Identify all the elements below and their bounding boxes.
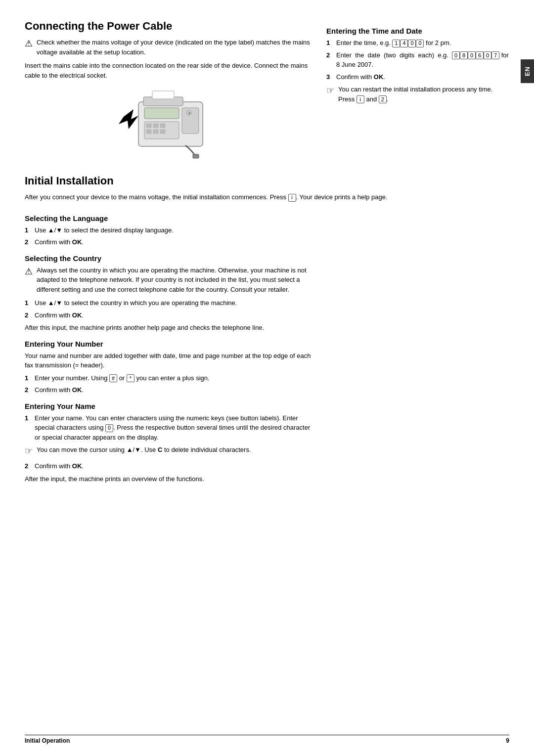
tip-icon: ☞	[326, 85, 334, 97]
step-item: 2 Confirm with OK.	[25, 385, 312, 395]
initial-title: Initial Installation	[25, 175, 509, 187]
footer-right-text: 9	[506, 737, 509, 744]
device-svg	[109, 87, 227, 159]
step-text: Confirm with OK.	[35, 461, 312, 471]
key-6: 6	[476, 51, 484, 59]
key-7: 7	[491, 51, 499, 59]
step-number: 2	[25, 461, 32, 471]
power-warning-text: Check whether the mains voltage of your …	[37, 38, 312, 57]
svg-rect-4	[144, 108, 179, 119]
key-hash: #	[109, 374, 117, 382]
svg-rect-10	[153, 130, 158, 133]
footer: Initial Operation 9	[25, 735, 509, 744]
name-tip: ☞ You can move the cursor using ▲/▼. Use…	[25, 445, 312, 457]
svg-rect-11	[160, 130, 165, 133]
tip-text: You can restart the initial installation…	[338, 85, 509, 104]
step-item: 1 Enter your name. You can enter charact…	[25, 413, 312, 443]
name-steps: 1 Enter your name. You can enter charact…	[25, 413, 312, 443]
step-item: 3 Confirm with OK.	[326, 72, 509, 82]
step-item: 2 Enter the date (two digits each) e.g. …	[326, 50, 509, 70]
initial-intro: After you connect your device to the mai…	[25, 192, 509, 202]
step-number: 1	[25, 225, 32, 235]
key-0-name: 0	[105, 424, 113, 432]
number-intro: Your name and number are added together …	[25, 351, 312, 370]
top-section: Connecting the Power Cable ⚠ Check wheth…	[25, 20, 509, 166]
svg-rect-15	[193, 154, 199, 158]
key-1: 1	[392, 40, 400, 47]
page: EN Connecting the Power Cable ⚠ Check wh…	[0, 0, 534, 756]
svg-rect-6	[146, 124, 151, 128]
key-4: 4	[400, 40, 408, 47]
step-item: 2 Confirm with OK.	[25, 237, 312, 247]
key-8: 8	[460, 51, 468, 59]
initial-left: Selecting the Language 1 Use ▲/▼ to sele…	[25, 207, 312, 487]
svg-rect-9	[146, 130, 151, 133]
initial-right	[326, 207, 509, 487]
footer-left-text: Initial Operation	[25, 737, 70, 744]
country-after: After this input, the machine prints ano…	[25, 323, 312, 333]
step-number: 1	[326, 38, 333, 48]
step-item: 1 Use ▲/▼ to select the country in which…	[25, 298, 312, 308]
key-star: *	[127, 374, 134, 382]
step-text: Confirm with OK.	[35, 237, 312, 247]
step-number: 2	[326, 50, 333, 70]
svg-marker-0	[119, 109, 138, 129]
step-number: 1	[25, 298, 32, 308]
step-text: Use ▲/▼ to select the desired display la…	[35, 225, 312, 235]
step-item: 2 Confirm with OK.	[25, 311, 312, 320]
key-0c: 0	[452, 51, 460, 59]
svg-rect-8	[160, 124, 165, 128]
step-text: Use ▲/▼ to select the country in which y…	[35, 298, 312, 308]
device-illustration	[109, 87, 227, 159]
warning-icon-country: ⚠	[25, 266, 33, 278]
step-number: 2	[25, 311, 32, 320]
time-date-tip: ☞ You can restart the initial installati…	[326, 85, 509, 104]
step-text: Confirm with OK.	[35, 385, 312, 395]
step-text: Confirm with OK.	[35, 311, 312, 320]
language-title: Selecting the Language	[25, 214, 312, 222]
time-date-steps: 1 Enter the time, e.g. 1400 for 2 pm. 2 …	[326, 38, 509, 82]
svg-rect-3	[152, 91, 174, 99]
step-item: 1 Enter your number. Using # or * you ca…	[25, 373, 312, 383]
right-column-top: Entering the Time and Date 1 Enter the t…	[326, 20, 509, 166]
key-0e: 0	[484, 51, 491, 59]
number-title: Entering Your Number	[25, 340, 312, 348]
step-number: 1	[25, 373, 32, 383]
left-column: Connecting the Power Cable ⚠ Check wheth…	[25, 20, 312, 166]
step-item: 1 Use ▲/▼ to select the desired display …	[25, 225, 312, 235]
power-para1: Insert the mains cable into the connecti…	[25, 61, 312, 80]
name-title: Entering Your Name	[25, 402, 312, 410]
step-number: 1	[25, 413, 32, 443]
name-steps2: 2 Confirm with OK.	[25, 461, 312, 471]
tip-text-name: You can move the cursor using ▲/▼. Use C…	[37, 445, 312, 455]
step-text: Enter the time, e.g. 1400 for 2 pm.	[336, 38, 509, 48]
step-number: 3	[326, 72, 333, 82]
step-text: Confirm with OK.	[336, 72, 509, 82]
name-after: After the input, the machine prints an o…	[25, 474, 312, 484]
number-steps: 1 Enter your number. Using # or * you ca…	[25, 373, 312, 395]
country-steps: 1 Use ▲/▼ to select the country in which…	[25, 298, 312, 320]
key-i-initial: i	[288, 194, 296, 202]
language-steps: 1 Use ▲/▼ to select the desired display …	[25, 225, 312, 247]
country-warning-block: ⚠ Always set the country in which you ar…	[25, 266, 312, 295]
step-number: 2	[25, 385, 32, 395]
svg-point-14	[188, 112, 190, 114]
step-item: 2 Confirm with OK.	[25, 461, 312, 471]
power-warning-block: ⚠ Check whether the mains voltage of you…	[25, 38, 312, 57]
key-i: i	[356, 95, 364, 103]
svg-rect-7	[153, 124, 158, 128]
power-cable-title: Connecting the Power Cable	[25, 20, 312, 33]
key-0d: 0	[468, 51, 476, 59]
country-title: Selecting the Country	[25, 254, 312, 263]
key-0b: 0	[416, 40, 424, 47]
key-0a: 0	[408, 40, 416, 47]
initial-section: Initial Installation After you connect y…	[25, 175, 509, 202]
key-2: 2	[379, 95, 387, 103]
step-text: Enter your name. You can enter character…	[35, 413, 312, 443]
step-text: Enter your number. Using # or * you can …	[35, 373, 312, 383]
language-tab: EN	[521, 59, 534, 83]
initial-content: Selecting the Language 1 Use ▲/▼ to sele…	[25, 207, 509, 487]
country-warning-text: Always set the country in which you are …	[37, 266, 312, 295]
tip-icon-name: ☞	[25, 445, 33, 457]
step-number: 2	[25, 237, 32, 247]
